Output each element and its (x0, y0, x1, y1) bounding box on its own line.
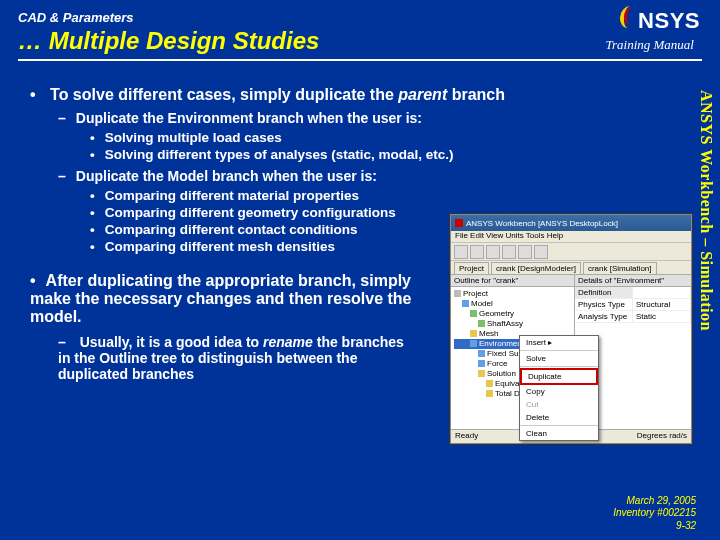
menubar[interactable]: File Edit View Units Tools Help (451, 231, 691, 243)
title-row: … Multiple Design Studies Training Manua… (18, 27, 702, 55)
footer-inventory: Inventory #002215 (613, 507, 696, 520)
window-titlebar: ANSYS Workbench [ANSYS DesktopLock] (451, 215, 691, 231)
status-right: Degrees rad/s (637, 431, 687, 442)
side-label-text: ANSYS Workbench – Simulation (697, 90, 715, 331)
toolbar-button[interactable] (518, 245, 532, 259)
grid-cell[interactable]: Structural (633, 299, 691, 310)
slide-header: CAD & Parameters … Multiple Design Studi… (0, 0, 720, 69)
text-fragment: Usually, it is a good idea to (80, 334, 263, 350)
text-emphasis-rename: rename (263, 334, 313, 350)
grid-cell: Analysis Type (575, 311, 633, 322)
logo-text: NSYS (638, 8, 700, 34)
menu-item-insert[interactable]: Insert ▸ (520, 336, 598, 349)
status-left: Ready (455, 431, 478, 442)
toolbar-button[interactable] (502, 245, 516, 259)
text-fragment: To solve different cases, simply duplica… (50, 86, 398, 103)
slide-footer: March 29, 2005 Inventory #002215 9-32 (613, 495, 696, 533)
grid-cell[interactable]: Static (633, 311, 691, 322)
details-header: Details of "Environment" (575, 275, 691, 287)
bullet-env-item: Solving different types of analyses (sta… (90, 147, 686, 162)
menu-item-solve[interactable]: Solve (520, 352, 598, 365)
toolbar-button[interactable] (486, 245, 500, 259)
grid-row: Analysis TypeStatic (575, 311, 691, 323)
footer-date: March 29, 2005 (613, 495, 696, 508)
tree-node-project[interactable]: Project (454, 289, 571, 299)
eyebrow-text: CAD & Parameters (18, 10, 702, 25)
menu-item-delete[interactable]: Delete (520, 411, 598, 424)
tree-node-part[interactable]: ShaftAssy (454, 319, 571, 329)
context-menu: Insert ▸ Solve Duplicate Copy Cut Delete… (519, 335, 599, 441)
toolbar-button[interactable] (534, 245, 548, 259)
grid-row: Definition (575, 287, 691, 299)
side-label: ANSYS Workbench – Simulation (692, 90, 720, 420)
tab-project[interactable]: Project (454, 262, 489, 274)
text-fragment: branch (447, 86, 505, 103)
bullet-env-item: Solving multiple load cases (90, 130, 686, 145)
bullet-solve-intro: To solve different cases, simply duplica… (30, 86, 686, 104)
grid-cell (633, 287, 691, 298)
tree-node-geometry[interactable]: Geometry (454, 309, 571, 319)
menu-item-clean[interactable]: Clean (520, 427, 598, 440)
embedded-screenshot: ANSYS Workbench [ANSYS DesktopLock] File… (450, 214, 692, 444)
ansys-logo: NSYS (618, 6, 700, 34)
toolbar-button[interactable] (470, 245, 484, 259)
header-divider (18, 59, 702, 61)
slide-title: … Multiple Design Studies (18, 27, 319, 55)
text-emphasis-parent: parent (398, 86, 447, 103)
grid-cell: Definition (575, 287, 633, 298)
app-icon (455, 219, 463, 227)
menu-item-cut[interactable]: Cut (520, 398, 598, 411)
tree-node-model[interactable]: Model (454, 299, 571, 309)
menu-item-copy[interactable]: Copy (520, 385, 598, 398)
bullet-usually: Usually, it is a good idea to rename the… (58, 334, 418, 382)
tab-row: Project crank [DesignModeler] crank [Sim… (451, 261, 691, 275)
menu-item-duplicate[interactable]: Duplicate (520, 368, 598, 385)
grid-cell: Physics Type (575, 299, 633, 310)
footer-page: 9-32 (613, 520, 696, 533)
bullet-env-branch: Duplicate the Environment branch when th… (58, 110, 686, 126)
toolbar-button[interactable] (454, 245, 468, 259)
tab-simulation[interactable]: crank [Simulation] (583, 262, 657, 274)
bullet-model-item: Comparing different material properties (90, 188, 686, 203)
content-area: To solve different cases, simply duplica… (30, 86, 686, 528)
training-manual-label: Training Manual (606, 37, 695, 53)
tab-designmodeler[interactable]: crank [DesignModeler] (491, 262, 581, 274)
toolbar (451, 243, 691, 261)
outline-header: Outline for "crank" (451, 275, 574, 287)
window-title: ANSYS Workbench [ANSYS DesktopLock] (466, 219, 618, 228)
bullet-after: After duplicating the appropriate branch… (30, 272, 440, 326)
logo-swoosh-icon (618, 6, 638, 28)
bullet-model-branch: Duplicate the Model branch when the user… (58, 168, 438, 184)
grid-row: Physics TypeStructural (575, 299, 691, 311)
